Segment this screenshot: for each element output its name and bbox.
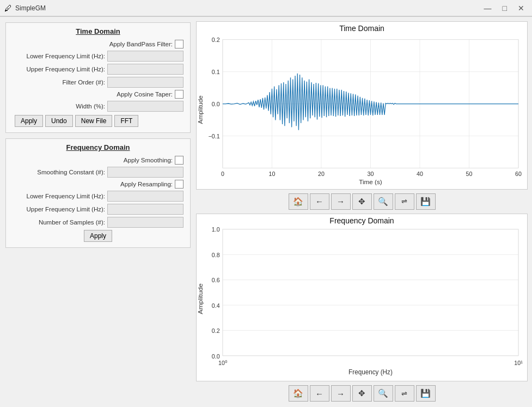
maximize-button[interactable]: □ [499, 3, 510, 14]
freq-upper-freq-row: Upper Frequency Limit (Hz): [13, 204, 184, 215]
freq-domain-chart: Amplitude 1.0 0.8 0.6 0.4 0.2 0.0 [197, 226, 527, 378]
time-domain-section: Time Domain Apply BandPass Filter: Lower… [5, 22, 191, 133]
svg-text:0.4: 0.4 [212, 302, 220, 309]
apply-bandpass-checkbox[interactable] [175, 40, 184, 48]
smoothing-constant-row: Smoothing Constant (#): [13, 167, 184, 178]
svg-text:10¹: 10¹ [514, 359, 523, 366]
apply-bandpass-row: Apply BandPass Filter: [13, 40, 184, 48]
freq-domain-title: Frequency Domain [13, 143, 184, 151]
time-chart-title: Time Domain [197, 22, 527, 34]
upper-freq-label: Upper Frequency Limit (Hz): [18, 66, 105, 72]
freq-domain-chart-container: Frequency Domain Amplitude 1.0 0.8 [196, 214, 528, 382]
upper-freq-row: Upper Frequency Limit (Hz): [13, 64, 184, 75]
filter-order-label: Filter Order (#): [18, 79, 105, 86]
apply-resampling-label: Apply Resampling: [85, 181, 173, 187]
app-title: SimpleGM [15, 4, 46, 12]
time-chart-toolbar: 🏠 ← → ✥ 🔍 ⇌ 💾 [196, 192, 528, 211]
svg-text:Time (s): Time (s) [359, 178, 382, 185]
freq-zoom-button[interactable]: 🔍 [374, 385, 393, 402]
freq-lower-freq-row: Lower Frequency Limit (Hz): [13, 191, 184, 202]
svg-text:−0.1: −0.1 [209, 133, 220, 139]
apply-smoothing-row: Apply Smoothing: [13, 156, 184, 165]
smoothing-constant-label: Smoothing Constant (#): [18, 169, 105, 175]
time-domain-chart: Amplitude 0.2 0.1 0.0 [197, 34, 527, 186]
svg-text:0.6: 0.6 [212, 276, 220, 283]
svg-rect-27 [223, 229, 518, 355]
svg-text:1.0: 1.0 [212, 226, 220, 233]
svg-text:0.0: 0.0 [212, 101, 220, 107]
freq-domain-apply-row: Apply [13, 230, 184, 242]
apply-bandpass-label: Apply BandPass Filter: [85, 41, 173, 47]
undo-button[interactable]: Undo [45, 115, 73, 127]
apply-resampling-checkbox[interactable] [175, 180, 184, 189]
svg-text:20: 20 [318, 171, 325, 177]
width-label: Width (%): [18, 103, 105, 110]
new-file-button[interactable]: New File [75, 115, 113, 127]
svg-text:0.2: 0.2 [212, 37, 220, 43]
width-input[interactable] [107, 101, 184, 112]
window-controls: — □ ✕ [481, 3, 528, 14]
fft-button[interactable]: FFT [114, 115, 138, 127]
time-settings-button[interactable]: ⇌ [395, 193, 414, 210]
num-samples-label: Number of Samples (#): [18, 219, 105, 226]
num-samples-row: Number of Samples (#): [13, 217, 184, 228]
svg-text:0.8: 0.8 [212, 251, 220, 258]
svg-text:Amplitude: Amplitude [197, 95, 204, 124]
apply-cosine-label: Apply Cosine Taper: [85, 91, 173, 98]
time-domain-chart-container: Time Domain Amplitude [196, 21, 528, 190]
svg-text:0.0: 0.0 [212, 353, 220, 360]
freq-chart-toolbar: 🏠 ← → ✥ 🔍 ⇌ 💾 [196, 384, 528, 403]
freq-chart-title: Frequency Domain [197, 214, 527, 226]
apply-smoothing-checkbox[interactable] [175, 156, 184, 165]
freq-home-button[interactable]: 🏠 [289, 385, 308, 402]
svg-text:0.2: 0.2 [212, 327, 220, 334]
time-domain-buttons: Apply Undo New File FFT [13, 115, 184, 127]
svg-text:Frequency (Hz): Frequency (Hz) [348, 368, 393, 376]
title-bar-left: 🖊 SimpleGM [4, 4, 46, 13]
svg-text:40: 40 [417, 171, 423, 177]
time-zoom-button[interactable]: 🔍 [374, 193, 393, 210]
apply-button[interactable]: Apply [15, 115, 43, 127]
time-home-button[interactable]: 🏠 [289, 193, 308, 210]
freq-forward-button[interactable]: → [331, 385, 351, 402]
apply-cosine-row: Apply Cosine Taper: [13, 90, 184, 99]
apply-resampling-row: Apply Resampling: [13, 180, 184, 189]
freq-domain-section: Frequency Domain Apply Smoothing: Smooth… [5, 138, 191, 248]
svg-text:10⁰: 10⁰ [218, 359, 228, 366]
num-samples-input[interactable] [107, 217, 184, 228]
time-pan-button[interactable]: ✥ [352, 193, 372, 210]
svg-text:10: 10 [269, 171, 276, 177]
minimize-button[interactable]: — [481, 3, 495, 14]
freq-back-button[interactable]: ← [310, 385, 329, 402]
svg-text:0.1: 0.1 [212, 69, 220, 75]
time-save-button[interactable]: 💾 [416, 193, 436, 210]
freq-lower-freq-label: Lower Frequency Limit (Hz): [18, 193, 105, 199]
svg-text:30: 30 [368, 171, 374, 177]
filter-order-input[interactable] [107, 77, 184, 88]
freq-upper-freq-label: Upper Frequency Limit (Hz): [18, 206, 105, 212]
main-content: Time Domain Apply BandPass Filter: Lower… [0, 17, 532, 407]
freq-save-button[interactable]: 💾 [416, 385, 436, 402]
time-back-button[interactable]: ← [310, 193, 329, 210]
app-icon: 🖊 [4, 4, 12, 13]
close-button[interactable]: ✕ [515, 3, 528, 14]
apply-cosine-checkbox[interactable] [175, 90, 184, 99]
svg-text:0: 0 [221, 171, 224, 177]
lower-freq-input[interactable] [107, 51, 184, 62]
left-panel: Time Domain Apply BandPass Filter: Lower… [0, 17, 196, 407]
svg-text:Amplitude: Amplitude [197, 283, 204, 314]
freq-settings-button[interactable]: ⇌ [395, 385, 414, 402]
svg-text:50: 50 [466, 171, 473, 177]
freq-upper-freq-input[interactable] [107, 204, 184, 215]
freq-apply-button[interactable]: Apply [84, 230, 112, 242]
time-forward-button[interactable]: → [331, 193, 351, 210]
lower-freq-label: Lower Frequency Limit (Hz): [18, 53, 105, 59]
filter-order-row: Filter Order (#): [13, 77, 184, 88]
freq-lower-freq-input[interactable] [107, 191, 184, 202]
freq-pan-button[interactable]: ✥ [352, 385, 372, 402]
smoothing-constant-input[interactable] [107, 167, 184, 178]
upper-freq-input[interactable] [107, 64, 184, 75]
time-domain-title: Time Domain [13, 27, 184, 35]
apply-smoothing-label: Apply Smoothing: [85, 157, 173, 163]
width-row: Width (%): [13, 101, 184, 112]
